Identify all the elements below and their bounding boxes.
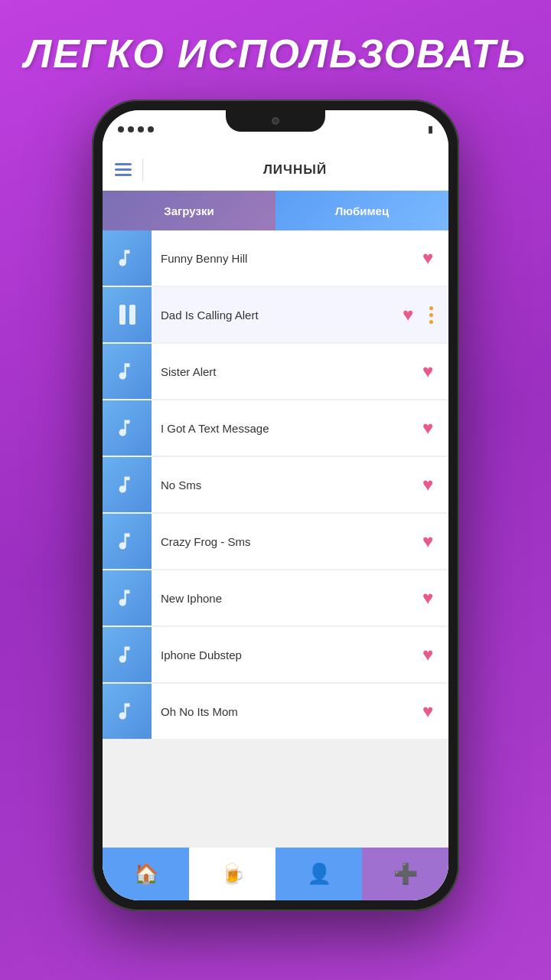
signal-dot (118, 126, 124, 132)
song-icon-box (103, 514, 152, 569)
person-icon: 👤 (307, 862, 331, 886)
song-row[interactable]: Oh No Its Mom ♥ (103, 684, 448, 739)
hamburger-line (115, 168, 132, 171)
song-icon-box (103, 684, 152, 739)
favorite-button[interactable]: ♥ (416, 247, 439, 270)
song-title: I Got A Text Message (152, 422, 416, 435)
song-row[interactable]: Funny Benny Hill ♥ (103, 230, 448, 286)
song-icon-box (103, 627, 152, 682)
nav-plus[interactable]: ➕ (362, 848, 448, 900)
more-dot (429, 320, 433, 324)
music-note-icon (116, 417, 138, 439)
beer-icon: 🍺 (220, 862, 245, 886)
tab-bar: Загрузки Любимец (103, 191, 448, 230)
notch (226, 110, 325, 132)
song-title: Funny Benny Hill (152, 252, 416, 265)
song-title: Oh No Its Mom (152, 705, 416, 718)
header-title: ЛИЧНЫЙ (154, 162, 436, 178)
app-header: ЛИЧНЫЙ (103, 149, 448, 191)
music-note-icon (116, 531, 138, 552)
song-title: No Sms (152, 479, 416, 492)
hamburger-line (115, 174, 132, 176)
favorite-button[interactable]: ♥ (416, 586, 439, 609)
status-bar: ▮ (103, 110, 448, 149)
favorite-button[interactable]: ♥ (396, 303, 419, 326)
tab-downloads[interactable]: Загрузки (103, 191, 276, 230)
pause-bar (129, 305, 135, 325)
favorite-button[interactable]: ♥ (416, 473, 439, 496)
camera-dot (272, 117, 279, 125)
song-list: Funny Benny Hill ♥ Dad Is Calling Alert … (103, 230, 448, 847)
song-title: Iphone Dubstep (152, 648, 416, 662)
pause-bar (119, 305, 126, 325)
favorite-button[interactable]: ♥ (416, 530, 439, 553)
song-icon-box (103, 570, 152, 626)
song-title: Crazy Frog - Sms (152, 535, 416, 548)
pause-icon (119, 305, 135, 325)
song-row[interactable]: New Iphone ♥ (103, 570, 448, 626)
music-note-icon (116, 247, 138, 269)
favorite-button[interactable]: ♥ (416, 360, 439, 383)
hamburger-line (115, 163, 132, 165)
song-icon-box (103, 400, 152, 456)
song-row[interactable]: I Got A Text Message ♥ (103, 400, 448, 456)
hamburger-menu[interactable] (115, 163, 132, 176)
phone-screen: ▮ ЛИЧНЫЙ Загрузки Любимец Funny Be (103, 110, 448, 900)
song-row[interactable]: Sister Alert ♥ (103, 344, 448, 399)
favorite-button[interactable]: ♥ (416, 416, 439, 439)
song-row[interactable]: Iphone Dubstep ♥ (103, 627, 448, 682)
song-icon-box (103, 344, 152, 399)
favorite-button[interactable]: ♥ (416, 700, 439, 723)
plus-icon: ➕ (393, 862, 418, 886)
music-note-icon (116, 644, 138, 665)
song-title: New Iphone (152, 592, 416, 605)
music-note-icon (116, 701, 138, 722)
phone-shell: ▮ ЛИЧНЫЙ Загрузки Любимец Funny Be (92, 100, 459, 911)
song-row[interactable]: Dad Is Calling Alert ♥ (103, 287, 448, 342)
song-title: Sister Alert (152, 365, 416, 378)
song-row[interactable]: Crazy Frog - Sms ♥ (103, 514, 448, 569)
more-dot (429, 306, 433, 310)
song-title: Dad Is Calling Alert (152, 309, 396, 322)
music-note-icon (116, 361, 138, 382)
song-icon-box (103, 230, 152, 286)
more-options-button[interactable] (419, 303, 442, 326)
song-row[interactable]: No Sms ♥ (103, 457, 448, 512)
signal-dot (138, 126, 144, 132)
signal-dot (128, 126, 134, 132)
page-headline: ЛЕГКО ИСПОЛЬЗОВАТЬ (24, 31, 527, 77)
song-icon-box (103, 287, 152, 342)
signal-dots (118, 126, 154, 132)
more-dot (429, 313, 433, 317)
nav-person[interactable]: 👤 (276, 848, 362, 900)
favorite-button[interactable]: ♥ (416, 643, 439, 666)
signal-dot (148, 126, 154, 132)
music-note-icon (116, 474, 138, 495)
header-divider (142, 158, 143, 181)
nav-beer[interactable]: 🍺 (189, 848, 276, 900)
battery-indicator: ▮ (428, 124, 433, 135)
nav-home[interactable]: 🏠 (103, 848, 189, 900)
song-icon-box (103, 457, 152, 512)
bottom-nav: 🏠 🍺 👤 ➕ (103, 847, 448, 900)
music-note-icon (116, 587, 138, 609)
home-icon: 🏠 (134, 862, 158, 886)
tab-favorites[interactable]: Любимец (276, 191, 448, 230)
